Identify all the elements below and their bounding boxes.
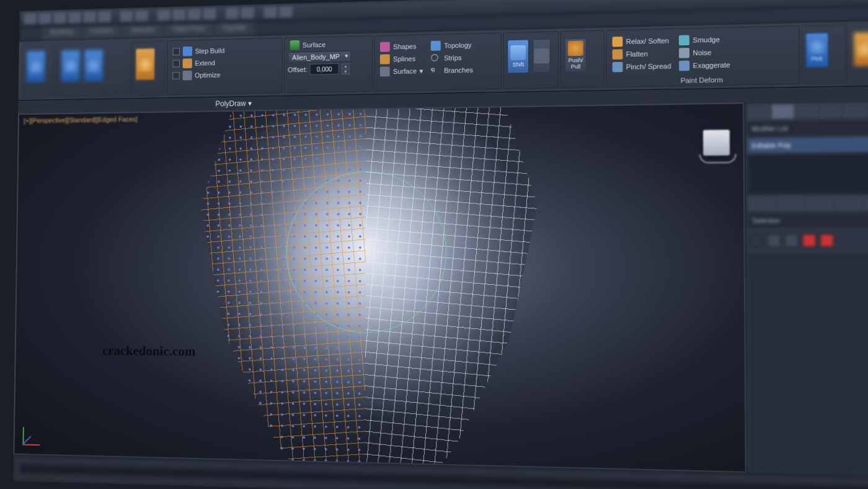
modifier-stack-item[interactable]: Editable Poly <box>748 137 868 153</box>
pin-stack-icon[interactable] <box>748 197 776 211</box>
surface-toggle[interactable]: Surface <box>288 39 327 51</box>
viewport-label[interactable]: [+][Perspective][Standard][Edged Faces] <box>24 115 138 124</box>
scale-icon[interactable] <box>203 8 216 19</box>
tab-selection[interactable]: Selection <box>123 24 163 39</box>
noise-button[interactable]: Noise <box>677 46 732 58</box>
extend-button[interactable]: Extend <box>170 57 226 69</box>
move-icon[interactable] <box>172 9 185 20</box>
shift-button[interactable]: Shift <box>508 39 529 73</box>
tab-modeling[interactable]: Modeling <box>42 26 81 41</box>
border-swatch[interactable] <box>785 234 799 247</box>
conform-tool-b-icon[interactable] <box>84 49 104 82</box>
branches-button[interactable]: ໑Branches <box>429 64 475 76</box>
command-panel[interactable]: Modifier List Editable Poly Selection <box>744 100 868 476</box>
splines-button[interactable]: Splines <box>378 53 425 65</box>
render-icon[interactable] <box>279 6 292 17</box>
brush-gizmo-circle <box>286 171 447 334</box>
vertex-swatch[interactable] <box>750 234 763 247</box>
edge-swatch[interactable] <box>767 234 781 247</box>
offset-spinner[interactable]: ▲▼ <box>342 63 350 74</box>
panel-edit: Step Build Extend Optimize <box>166 38 283 96</box>
panel-conform <box>56 41 130 97</box>
topology-button[interactable]: Topology <box>429 39 475 52</box>
pinch-button[interactable]: Pinch/ Spread <box>610 60 673 73</box>
tab-populate[interactable]: Populate <box>214 21 254 37</box>
object-name-dropdown[interactable]: Alien_Body_MP <box>288 51 351 63</box>
configure-icon[interactable] <box>864 196 868 210</box>
panel-drag <box>22 43 56 97</box>
strips-button[interactable]: ◯Strips <box>429 52 475 64</box>
brush-icon[interactable] <box>853 32 868 67</box>
modifier-stack[interactable] <box>748 154 868 194</box>
tab-freeform[interactable]: Freeform <box>82 25 122 40</box>
panel-pick: Pick <box>800 24 848 84</box>
link-icon[interactable] <box>120 11 133 22</box>
panel-topo <box>131 40 166 96</box>
panel-shift: Shift <box>503 31 559 89</box>
offset-input[interactable] <box>310 63 339 75</box>
mesh-head[interactable] <box>146 102 594 473</box>
axis-x <box>22 444 40 446</box>
panel-pushpull: Push/ Pull <box>560 30 604 88</box>
rotate-icon[interactable] <box>188 9 201 20</box>
make-unique-icon[interactable] <box>805 196 833 210</box>
optimize-button[interactable]: Optimize <box>170 70 226 81</box>
show-end-icon[interactable] <box>777 196 804 210</box>
open-icon[interactable] <box>53 12 66 24</box>
drag-tool-icon[interactable] <box>26 50 46 83</box>
topology-tool-icon[interactable] <box>135 48 156 81</box>
pick-button[interactable]: Pick <box>805 32 829 68</box>
tab-display-icon[interactable] <box>843 103 866 118</box>
flatten-button[interactable]: Flatten <box>610 48 673 61</box>
viewcube[interactable] <box>703 130 730 156</box>
poly-swatch[interactable] <box>802 234 816 247</box>
relax-button[interactable]: Relax/ Soften <box>610 35 673 48</box>
panel-brush <box>848 24 868 84</box>
axis-gizmo <box>22 419 48 446</box>
material-icon[interactable] <box>264 6 277 17</box>
tab-modify-icon[interactable] <box>771 104 794 119</box>
panel-paintdeform: Relax/ Soften Flatten Pinch/ Spread Smud… <box>606 25 799 87</box>
rollout-selection[interactable]: Selection <box>748 213 868 228</box>
redo-icon[interactable] <box>98 11 111 22</box>
select-icon[interactable] <box>157 9 170 20</box>
offset-label: Offset: <box>288 66 307 73</box>
polydraw-dropdown[interactable]: PolyDraw ▾ <box>215 99 251 109</box>
tab-create-icon[interactable] <box>748 105 770 119</box>
watermark-text: crackedonic.com <box>102 343 195 359</box>
shift-mode-icon[interactable] <box>533 39 551 73</box>
stack-toolbar[interactable] <box>748 196 868 211</box>
tab-hierarchy-icon[interactable] <box>795 104 818 118</box>
shapes-button[interactable]: Shapes <box>378 40 425 53</box>
panel-surface: Surface Alien_Body_MP Offset: ▲▼ <box>283 35 373 93</box>
remove-mod-icon[interactable] <box>835 196 862 210</box>
pushpull-button[interactable]: Push/ Pull <box>565 38 587 73</box>
undo-icon[interactable] <box>83 11 96 22</box>
tab-motion-icon[interactable] <box>819 104 842 119</box>
subobject-row <box>748 230 868 251</box>
command-panel-tabs[interactable] <box>748 103 868 119</box>
viewport-perspective[interactable]: [+][Perspective][Standard][Edged Faces] … <box>13 102 746 473</box>
stepbuild-button[interactable]: Step Build <box>170 45 226 57</box>
exaggerate-button[interactable]: Exaggerate <box>677 59 732 71</box>
snap-icon[interactable] <box>226 7 239 19</box>
smudge-button[interactable]: Smudge <box>677 34 732 46</box>
modifier-list-dropdown[interactable]: Modifier List <box>748 120 868 136</box>
conform-tool-a-icon[interactable] <box>61 50 81 82</box>
rollout-body[interactable] <box>748 254 868 474</box>
tab-objectpaint[interactable]: Object Paint <box>164 22 213 38</box>
save-icon[interactable] <box>68 12 81 23</box>
element-swatch[interactable] <box>820 234 834 247</box>
unlink-icon[interactable] <box>135 10 148 21</box>
app-icon[interactable] <box>24 13 37 24</box>
angle-snap-icon[interactable] <box>241 7 254 18</box>
surface-button[interactable]: Surface ▾ <box>378 65 425 77</box>
panel-geometry: Shapes Splines Surface ▾ Topology ◯Strip… <box>374 32 502 91</box>
new-icon[interactable] <box>38 12 51 24</box>
